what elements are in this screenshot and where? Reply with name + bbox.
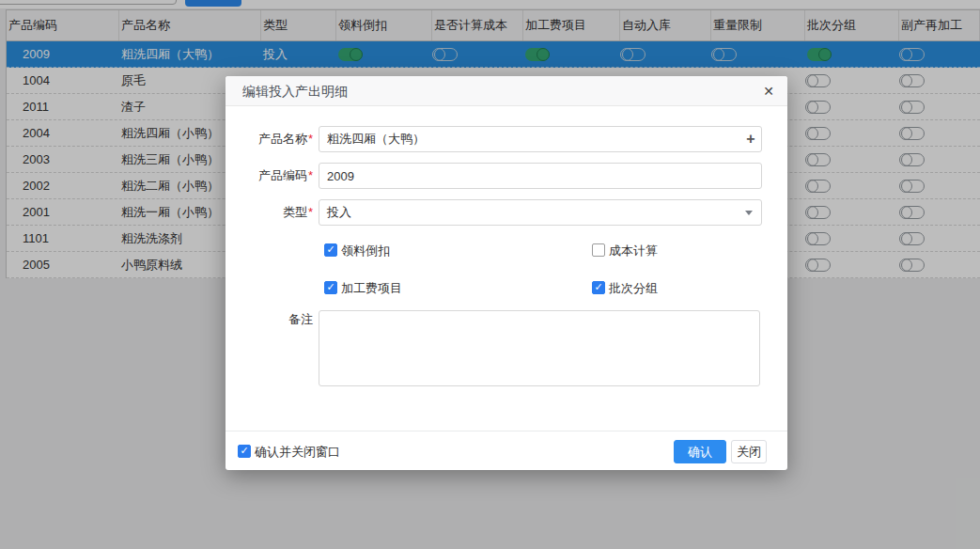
chevron-down-icon xyxy=(745,211,753,215)
checkbox-label: 成本计算 xyxy=(609,243,658,258)
edit-input-output-dialog: 编辑投入产出明细 ✕ 产品名称* + 产品编码* 类型* 投入 领料倒扣 成本计… xyxy=(226,76,787,470)
required-asterisk: * xyxy=(308,205,313,219)
remark-textarea[interactable] xyxy=(319,310,760,386)
checkbox-icon[interactable] xyxy=(238,445,251,458)
checkbox-icon[interactable] xyxy=(324,243,337,257)
confirm-button[interactable]: 确认 xyxy=(674,440,726,463)
type-select[interactable]: 投入 xyxy=(319,199,762,226)
checkbox-label: 加工费项目 xyxy=(341,281,402,295)
confirm-and-close-option[interactable]: 确认并关闭窗口 xyxy=(238,444,340,461)
close-icon[interactable]: ✕ xyxy=(760,83,777,100)
confirm-and-close-label: 确认并关闭窗口 xyxy=(255,445,340,459)
dialog-header: 编辑投入产出明细 ✕ xyxy=(226,76,787,106)
product-name-input[interactable] xyxy=(319,126,762,152)
close-button[interactable]: 关闭 xyxy=(731,440,767,463)
remark-label: 备注 xyxy=(226,310,313,329)
type-label: 类型* xyxy=(226,199,313,226)
checkbox-cost-calc[interactable]: 成本计算 xyxy=(592,243,658,259)
checkbox-icon[interactable] xyxy=(324,281,337,294)
checkbox-material-deduction[interactable]: 领料倒扣 xyxy=(324,243,390,259)
required-asterisk: * xyxy=(308,168,313,182)
plus-icon[interactable]: + xyxy=(743,126,758,152)
dialog-title: 编辑投入产出明细 xyxy=(242,76,348,106)
product-code-label: 产品编码* xyxy=(226,163,313,189)
product-code-input[interactable] xyxy=(319,163,762,189)
checkbox-icon[interactable] xyxy=(592,281,605,294)
checkbox-batch-group[interactable]: 批次分组 xyxy=(592,280,658,297)
checkbox-processing-fee[interactable]: 加工费项目 xyxy=(324,280,402,297)
checkbox-label: 批次分组 xyxy=(609,281,658,295)
product-name-label: 产品名称* xyxy=(226,126,313,152)
required-asterisk: * xyxy=(308,132,313,146)
dialog-footer: 确认并关闭窗口 确认 关闭 xyxy=(226,431,787,470)
type-select-value: 投入 xyxy=(327,205,351,219)
checkbox-icon[interactable] xyxy=(592,243,605,257)
checkbox-label: 领料倒扣 xyxy=(341,243,390,258)
